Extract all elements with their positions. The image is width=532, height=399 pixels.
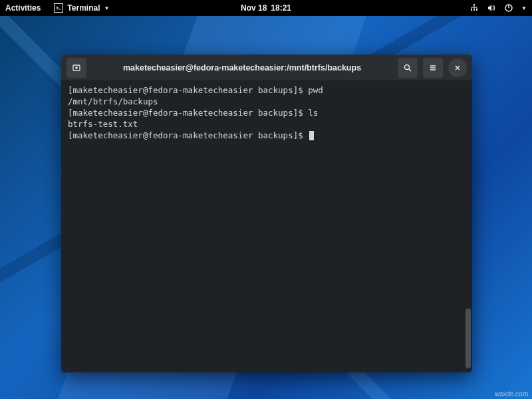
- new-tab-button[interactable]: [66, 58, 86, 78]
- search-button[interactable]: [398, 58, 418, 78]
- gnome-topbar: Activities Terminal ▼ Nov 18 18:21 ▼: [0, 0, 532, 16]
- volume-icon[interactable]: [487, 3, 496, 13]
- svg-line-10: [409, 69, 411, 71]
- activities-button[interactable]: Activities: [5, 3, 41, 13]
- cursor: [309, 131, 314, 140]
- terminal-line: /mnt/btrfs/backups: [68, 96, 466, 108]
- active-app-indicator[interactable]: Terminal ▼: [51, 2, 112, 14]
- network-icon[interactable]: [469, 3, 479, 13]
- svg-rect-1: [471, 9, 472, 11]
- terminal-line: [maketecheasier@fedora-maketecheasier ba…: [68, 85, 466, 96]
- terminal-line: [maketecheasier@fedora-maketecheasier ba…: [68, 130, 466, 142]
- power-icon[interactable]: [504, 3, 513, 13]
- window-title: maketecheasier@fedora-maketecheasier:/mn…: [88, 63, 396, 72]
- svg-rect-2: [473, 9, 475, 11]
- chevron-down-icon: ▼: [104, 5, 109, 11]
- svg-rect-3: [476, 9, 477, 11]
- window-titlebar[interactable]: maketecheasier@fedora-maketecheasier:/mn…: [61, 55, 472, 81]
- date-label: Nov 18: [241, 3, 267, 13]
- terminal-content[interactable]: [maketecheasier@fedora-maketecheasier ba…: [61, 81, 472, 372]
- active-app-name: Terminal: [67, 3, 100, 13]
- terminal-window: maketecheasier@fedora-maketecheasier:/mn…: [61, 55, 472, 372]
- watermark: wsxdn.com: [495, 390, 528, 398]
- time-label: 18:21: [271, 3, 291, 13]
- menu-button[interactable]: [423, 58, 443, 78]
- terminal-line: btrfs-test.txt: [68, 119, 466, 130]
- scrollbar-thumb[interactable]: [466, 309, 471, 368]
- svg-point-9: [405, 65, 410, 69]
- system-menu-chevron-icon[interactable]: ▼: [521, 5, 527, 11]
- terminal-icon: [54, 3, 63, 13]
- close-button[interactable]: [448, 59, 467, 77]
- terminal-line: [maketecheasier@fedora-maketecheasier ba…: [68, 108, 466, 119]
- clock[interactable]: Nov 18 18:21: [241, 3, 291, 13]
- svg-rect-0: [473, 4, 475, 5]
